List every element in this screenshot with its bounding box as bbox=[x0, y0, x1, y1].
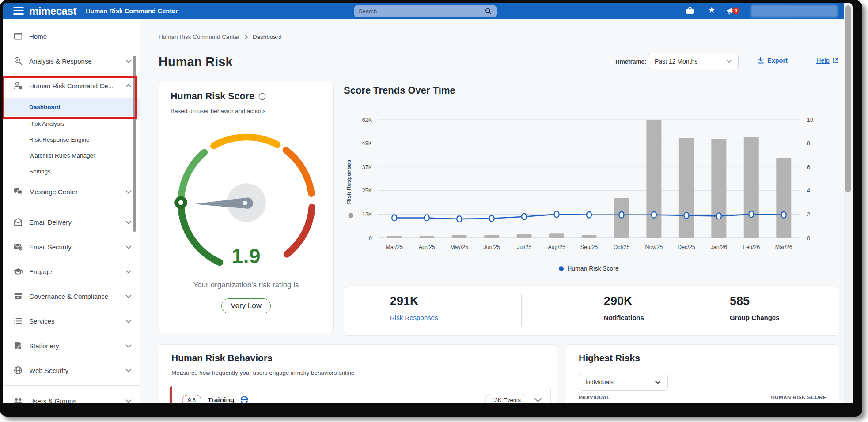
stats-divider bbox=[521, 294, 522, 327]
mimecast-logo[interactable]: mimecast' bbox=[29, 5, 77, 17]
sidebar-item-engage[interactable]: Engage bbox=[3, 259, 140, 284]
sidebar-item-label: Web Security bbox=[29, 367, 125, 374]
behavior-name: Training bbox=[208, 396, 234, 403]
stat-value: 291K bbox=[390, 294, 438, 308]
notification-badge: 4 bbox=[732, 7, 739, 14]
human-risk-score-card: Human Risk Score Based on user behavior … bbox=[159, 81, 334, 334]
sidebar-item-services[interactable]: Services bbox=[3, 309, 140, 333]
sidebar-scrollbar[interactable] bbox=[133, 56, 136, 232]
risk-rating-badge[interactable]: Very Low bbox=[221, 298, 271, 313]
stats-card: 291K Risk Responses 290K Notifications 5… bbox=[344, 287, 839, 336]
export-button[interactable]: Export bbox=[757, 57, 788, 64]
behavior-score-chip: 9.6 bbox=[182, 395, 201, 403]
sidebar-item-label: Email Security bbox=[29, 243, 125, 251]
sidebar-item-analysis-response[interactable]: Analysis & Response bbox=[3, 49, 140, 73]
timeframe-label: Timeframe: bbox=[614, 58, 647, 65]
svg-text:62K: 62K bbox=[362, 117, 372, 123]
announcements-megaphone-icon[interactable]: 4 bbox=[726, 6, 736, 16]
stat-risk-responses: 291K Risk Responses bbox=[390, 294, 438, 321]
sidebar-item-label: Stationery bbox=[29, 342, 125, 350]
score-card-subtitle: Based on user behavior and actions bbox=[171, 108, 265, 114]
sidebar-item-email-delivery[interactable]: Email Delivery bbox=[3, 210, 140, 234]
breadcrumb-separator-icon bbox=[244, 34, 248, 40]
training-roundel-icon bbox=[239, 395, 249, 403]
risks-filter-select[interactable]: Individuals bbox=[579, 373, 668, 391]
sidebar-item-dashboard[interactable]: Dashboard bbox=[3, 98, 140, 116]
chevron-down-icon[interactable] bbox=[534, 397, 542, 403]
sidebar-item-label: Users & Groups bbox=[29, 397, 125, 403]
behavior-row-training[interactable]: 9.6 Training 13K Events bbox=[169, 386, 551, 403]
help-link[interactable]: Help bbox=[816, 57, 838, 64]
email-delivery-icon bbox=[13, 217, 23, 227]
governance-icon bbox=[13, 291, 23, 301]
stat-link-risk-responses[interactable]: Risk Responses bbox=[390, 314, 438, 321]
download-icon bbox=[757, 57, 764, 64]
user-account-redacted[interactable] bbox=[751, 5, 838, 17]
sidebar-item-risk-response-engine[interactable]: Risk Response Engine bbox=[3, 132, 140, 147]
apps-briefcase-icon[interactable] bbox=[686, 6, 695, 16]
svg-text:37K: 37K bbox=[362, 164, 372, 170]
sidebar-item-home[interactable]: Home bbox=[3, 24, 140, 49]
svg-text:Feb/26: Feb/26 bbox=[743, 244, 760, 250]
score-trends-chart: 0012K225K437K649K862K10Mar/25Apr/25May/2… bbox=[344, 106, 839, 256]
breadcrumb-parent[interactable]: Human Risk Command Center bbox=[159, 34, 240, 40]
sidebar-item-message-center[interactable]: Message Center bbox=[3, 179, 140, 204]
sidebar-item-web-security[interactable]: Web Security bbox=[3, 358, 140, 383]
home-icon bbox=[13, 31, 23, 41]
page-scrollbar-thumb[interactable] bbox=[845, 5, 851, 192]
stat-label: Group Changes bbox=[730, 314, 780, 321]
search-icon[interactable] bbox=[485, 8, 492, 15]
stationery-icon bbox=[13, 341, 23, 350]
legend-label: Human Risk Score bbox=[567, 265, 619, 272]
sidebar-item-label: Message Center bbox=[29, 188, 125, 196]
topbar-app-title: Human Risk Command Center bbox=[86, 8, 178, 15]
sidebar-item-email-security[interactable]: Email Security bbox=[3, 234, 140, 259]
topbar: mimecast' Human Risk Command Center ★ 4 bbox=[3, 3, 853, 19]
highest-risks-card: Highest Risks Individuals INDIVIDUAL HUM… bbox=[566, 344, 839, 403]
app-window: mimecast' Human Risk Command Center ★ 4 bbox=[3, 3, 853, 403]
export-label: Export bbox=[767, 57, 788, 64]
svg-text:49K: 49K bbox=[362, 140, 372, 147]
sidebar-item-stationery[interactable]: Stationery bbox=[3, 333, 140, 358]
chevron-down-icon bbox=[125, 270, 132, 274]
stat-value: 290K bbox=[604, 294, 644, 308]
sidebar-item-settings[interactable]: Settings bbox=[3, 163, 140, 179]
sidebar-item-watchlist-rules-manager[interactable]: Watchlist Rules Manager bbox=[3, 147, 140, 163]
web-security-icon bbox=[13, 365, 23, 375]
svg-text:12K: 12K bbox=[362, 211, 372, 218]
sidebar-item-governance-compliance[interactable]: Governance & Compliance bbox=[3, 284, 140, 309]
message-icon bbox=[13, 187, 23, 196]
svg-text:May/25: May/25 bbox=[450, 244, 468, 250]
sidebar-item-human-risk-command-center[interactable]: Human Risk Command Ce... bbox=[3, 73, 140, 98]
help-label: Help bbox=[816, 57, 830, 64]
column-header-individual: INDIVIDUAL bbox=[579, 395, 610, 400]
timeframe-select[interactable]: Past 12 Months bbox=[648, 53, 739, 69]
chevron-down-icon bbox=[125, 319, 132, 323]
global-search[interactable] bbox=[354, 5, 497, 17]
favorites-star-icon[interactable]: ★ bbox=[707, 5, 716, 15]
chart-title: Score Trends Over Time bbox=[344, 85, 455, 96]
sidebar-item-users-groups[interactable]: Users & Groups bbox=[3, 388, 140, 403]
search-input[interactable] bbox=[359, 8, 485, 15]
stat-group-changes: 585 Group Changes bbox=[730, 294, 780, 321]
analysis-icon bbox=[13, 56, 23, 66]
svg-text:0: 0 bbox=[369, 235, 372, 241]
chevron-down-icon bbox=[125, 399, 132, 403]
info-icon[interactable] bbox=[258, 93, 266, 100]
breadcrumb-current: Dashboard bbox=[253, 34, 282, 40]
chevron-down-icon bbox=[125, 190, 132, 194]
events-count-pill: 13K Events bbox=[485, 394, 528, 403]
stat-label: Notifications bbox=[604, 314, 644, 321]
svg-text:Risk Responses: Risk Responses bbox=[345, 160, 352, 204]
engage-icon bbox=[13, 267, 23, 276]
svg-text:8: 8 bbox=[807, 140, 810, 147]
sidebar-item-risk-analysis[interactable]: Risk Analysis bbox=[3, 116, 140, 132]
chevron-down-icon bbox=[125, 344, 132, 348]
sidebar-item-label: Home bbox=[29, 33, 132, 40]
hamburger-menu-icon[interactable] bbox=[13, 7, 24, 15]
page-scrollbar-track[interactable] bbox=[844, 3, 853, 403]
chevron-down-icon bbox=[125, 294, 132, 298]
human-risk-behaviors-card: Human Risk Behaviors Measures how freque… bbox=[159, 344, 557, 403]
services-icon bbox=[13, 316, 23, 326]
breadcrumb: Human Risk Command Center Dashboard bbox=[159, 34, 282, 40]
